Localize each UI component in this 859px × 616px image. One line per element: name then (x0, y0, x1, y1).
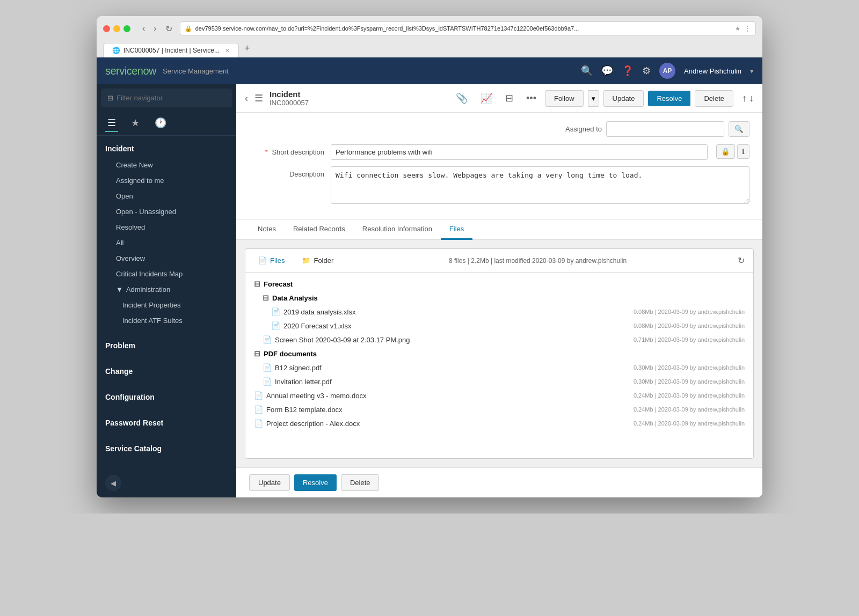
sidebar-section-incident[interactable]: Incident (97, 140, 236, 157)
help-icon[interactable]: ❓ (622, 65, 634, 77)
collapse-minus-icon-2: ⊟ (263, 294, 269, 302)
follow-button[interactable]: Follow (545, 90, 584, 107)
edit-info-button[interactable]: ℹ (737, 144, 749, 159)
sidebar-section-password-reset[interactable]: Password Reset (97, 414, 236, 431)
user-dropdown-icon[interactable]: ▾ (750, 67, 754, 75)
required-star: * (265, 148, 268, 156)
sidebar-star-icon[interactable]: ★ (129, 115, 142, 132)
settings-icon[interactable]: ⚙ (642, 65, 651, 77)
folder-data-analysis[interactable]: ⊟ Data Analysis (245, 291, 753, 305)
sidebar-list-icon[interactable]: ☰ (105, 115, 118, 132)
file-2020-forecast[interactable]: 📄 2020 Forecast v1.xlsx 0.08Mb | 2020-03… (245, 319, 753, 333)
file-meta: 0.24Mb | 2020-03-09 by andrew.pishchulin (634, 406, 745, 413)
sidebar-section-change[interactable]: Change (97, 363, 236, 380)
paperclip-icon[interactable]: 📎 (452, 90, 472, 106)
url-text: dev79539.service-now.com/nav_to.do?uri=%… (195, 25, 732, 32)
record-title: Incident INC0000057 (270, 90, 445, 107)
file-icon: 📄 (263, 335, 272, 344)
collapse-minus-icon: ⊟ (254, 280, 260, 288)
sidebar-item-create-new[interactable]: Create New (97, 157, 236, 173)
sidebar-section-configuration[interactable]: Configuration (97, 388, 236, 406)
description-label: Description (249, 166, 324, 178)
file-form-b12[interactable]: 📄 Form B12 template.docx 0.24Mb | 2020-0… (245, 402, 753, 416)
delete-bottom-button[interactable]: Delete (341, 474, 380, 491)
back-button[interactable]: ‹ (139, 23, 148, 35)
sidebar-item-open[interactable]: Open (97, 188, 236, 204)
sidebar-item-open-unassigned[interactable]: Open - Unassigned (97, 204, 236, 219)
update-button[interactable]: Update (603, 90, 644, 107)
resolve-bottom-button[interactable]: Resolve (294, 474, 337, 491)
tab-resolution-information[interactable]: Resolution Information (354, 219, 441, 240)
file-name: 2019 data analysis.xlsx (283, 308, 634, 316)
lock-icon-button[interactable]: 🔒 (716, 144, 735, 159)
follow-dropdown-button[interactable]: ▾ (588, 90, 599, 107)
content-area: ‹ ☰ Incident INC0000057 📎 📈 ⊟ ••• Follow (236, 84, 762, 497)
more-options-icon[interactable]: ••• (522, 91, 541, 106)
tab-files[interactable]: Files (441, 219, 472, 240)
files-tab-files[interactable]: 📄 Files (254, 254, 289, 267)
sidebar-clock-icon[interactable]: 🕐 (152, 115, 169, 132)
prev-record-button[interactable]: ↑ (742, 93, 747, 104)
file-annual-meeting[interactable]: 📄 Annual meeting v3 - memo.docx 0.24Mb |… (245, 388, 753, 402)
file-tree: ⊟ Forecast ⊟ Data Analysis 📄 2019 data a… (245, 273, 753, 435)
sidebar-bottom-icon[interactable]: ◀ (105, 475, 121, 491)
sidebar-item-overview[interactable]: Overview (97, 251, 236, 266)
refresh-icon[interactable]: ↻ (738, 255, 745, 266)
tab-related-records[interactable]: Related Records (285, 219, 354, 240)
sidebar-item-all[interactable]: All (97, 235, 236, 251)
sidebar-item-assigned-to-me[interactable]: Assigned to me (97, 173, 236, 188)
sidebar-section-service-catalog[interactable]: Service Catalog (97, 440, 236, 457)
short-description-input[interactable] (331, 144, 708, 160)
sidebar-item-resolved[interactable]: Resolved (97, 219, 236, 235)
file-project-description[interactable]: 📄 Project description - Alex.docx 0.24Mb… (245, 416, 753, 430)
folder-forecast[interactable]: ⊟ Forecast (245, 277, 753, 291)
form-area: Assigned to 🔍 * Short description 🔒 ℹ (236, 113, 762, 219)
address-bar[interactable]: 🔒 dev79539.service-now.com/nav_to.do?uri… (180, 21, 756, 35)
sidebar-item-incident-properties[interactable]: Incident Properties (97, 297, 236, 313)
back-to-list-button[interactable]: ‹ (245, 93, 248, 104)
chat-icon[interactable]: 💬 (601, 65, 613, 77)
assigned-search-button[interactable]: 🔍 (729, 121, 749, 137)
files-tab-folder[interactable]: 📁 Folder (297, 254, 338, 267)
logo-text: servicenow (105, 65, 156, 77)
files-icon: 📄 (258, 256, 267, 265)
resolve-button[interactable]: Resolve (648, 91, 690, 106)
user-avatar[interactable]: AP (659, 63, 675, 79)
sidebar-section-problem[interactable]: Problem (97, 337, 236, 354)
folder-icon: 📁 (302, 256, 310, 265)
tab-close-button[interactable]: ✕ (225, 47, 230, 54)
file-meta: 0.24Mb | 2020-03-09 by andrew.pishchulin (634, 420, 745, 427)
new-tab-button[interactable]: + (239, 40, 256, 57)
sidebar-item-incident-atf[interactable]: Incident ATF Suites (97, 313, 236, 328)
forward-button[interactable]: › (150, 23, 159, 35)
file-2019-data-analysis[interactable]: 📄 2019 data analysis.xlsx 0.08Mb | 2020-… (245, 305, 753, 319)
update-bottom-button[interactable]: Update (249, 474, 290, 491)
sidebar: ⊟ ☰ ★ 🕐 Incident Create New Assigned to … (97, 84, 236, 497)
filter-nav[interactable]: ⊟ (101, 89, 232, 107)
sidebar-item-critical-map[interactable]: Critical Incidents Map (97, 266, 236, 282)
folder-data-analysis-label: Data Analysis (272, 294, 318, 302)
file-invitation-letter[interactable]: 📄 Invitation letter.pdf 0.30Mb | 2020-03… (245, 375, 753, 388)
search-icon[interactable]: 🔍 (581, 65, 593, 77)
user-name[interactable]: Andrew Pishchulin (684, 67, 741, 75)
file-screenshot[interactable]: 📄 Screen Shot 2020-03-09 at 2.03.17 PM.p… (245, 333, 753, 347)
file-b12-signed[interactable]: 📄 B12 signed.pdf 0.30Mb | 2020-03-09 by … (245, 361, 753, 375)
assigned-to-input[interactable] (606, 121, 724, 137)
description-input[interactable]: Wifi connection seems slow. Webpages are… (331, 166, 749, 204)
activity-icon[interactable]: 📈 (476, 90, 497, 106)
next-record-button[interactable]: ↓ (749, 93, 754, 104)
file-icon: 📄 (254, 405, 263, 414)
sliders-icon[interactable]: ⊟ (501, 90, 518, 106)
sidebar-item-administration[interactable]: ▼ Administration (97, 282, 236, 297)
hamburger-icon[interactable]: ☰ (254, 92, 263, 104)
browser-tab[interactable]: 🌐 INC0000057 | Incident | Service... ✕ (103, 43, 239, 57)
record-id: INC0000057 (270, 99, 445, 107)
filter-input[interactable] (117, 94, 225, 102)
file-name: Annual meeting v3 - memo.docx (266, 392, 634, 400)
file-meta: 0.08Mb | 2020-03-09 by andrew.pishchulin (634, 322, 745, 329)
folder-pdf-documents[interactable]: ⊟ PDF documents (245, 347, 753, 361)
delete-button[interactable]: Delete (695, 90, 733, 107)
tab-notes[interactable]: Notes (249, 219, 285, 240)
refresh-button[interactable]: ↻ (162, 23, 176, 35)
file-name: Form B12 template.docx (266, 406, 634, 414)
